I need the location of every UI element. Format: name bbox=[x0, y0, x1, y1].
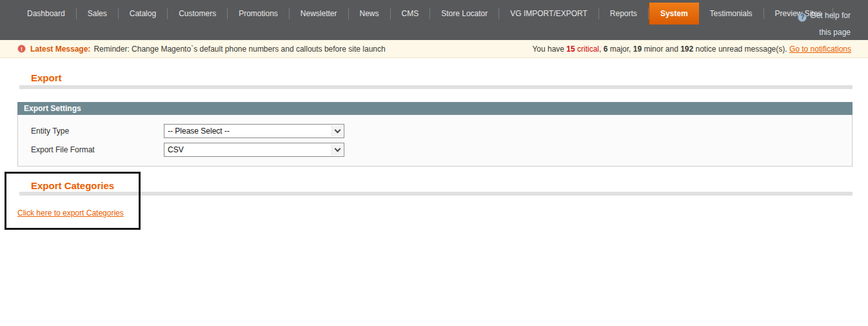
notice-count: 192 bbox=[680, 45, 693, 54]
get-help-line2: this page bbox=[798, 24, 851, 41]
magento-admin-export-page: Dashboard Sales Catalog Customers Promot… bbox=[0, 0, 868, 326]
categories-divider bbox=[19, 192, 853, 196]
entity-type-row: Entity Type -- Please Select -- bbox=[31, 124, 344, 138]
chevron-down-icon bbox=[335, 145, 341, 152]
nav-item-newsletter[interactable]: Newsletter bbox=[290, 3, 348, 25]
unread-messages-summary: You have 15 critical, 6 major, 19 minor … bbox=[532, 45, 851, 54]
nav-item-news[interactable]: News bbox=[349, 3, 390, 25]
chevron-down-icon bbox=[335, 127, 341, 133]
latest-message-label: Latest Message: bbox=[30, 45, 90, 54]
nav-item-system[interactable]: System bbox=[649, 3, 699, 25]
alert-circle-icon: ! bbox=[17, 45, 26, 53]
summary-prefix: You have bbox=[532, 45, 566, 54]
critical-count: 15 bbox=[566, 45, 575, 54]
nav-item-store-locator[interactable]: Store Locator bbox=[430, 3, 498, 25]
page-title: Export bbox=[31, 72, 62, 83]
entity-type-select[interactable]: -- Please Select -- bbox=[164, 124, 344, 138]
export-file-format-selected-value: CSV bbox=[168, 145, 184, 154]
export-file-format-dropdown-button[interactable] bbox=[331, 144, 343, 156]
nav-item-testimonials[interactable]: Testimonials bbox=[699, 3, 764, 25]
get-help-link[interactable]: ?Get help for this page bbox=[798, 7, 851, 41]
nav-item-cms[interactable]: CMS bbox=[391, 3, 430, 25]
nav-item-catalog[interactable]: Catalog bbox=[119, 3, 167, 25]
latest-message-text: Reminder: Change Magento`s default phone… bbox=[94, 45, 385, 54]
export-settings-form: Entity Type -- Please Select -- Export F… bbox=[17, 115, 853, 167]
top-navigation-bar: Dashboard Sales Catalog Customers Promot… bbox=[0, 0, 868, 40]
summary-sep: , bbox=[599, 45, 604, 54]
export-settings-panel: Export Settings Entity Type -- Please Se… bbox=[17, 102, 853, 167]
help-question-icon: ? bbox=[798, 13, 807, 22]
nav-item-promotions[interactable]: Promotions bbox=[228, 3, 289, 25]
nav-item-dashboard[interactable]: Dashboard bbox=[16, 3, 76, 25]
annotation-highlight-rectangle bbox=[5, 172, 141, 230]
minor-count: 19 bbox=[633, 45, 642, 54]
export-file-format-label: Export File Format bbox=[31, 145, 164, 154]
major-label: major, bbox=[607, 45, 633, 54]
main-menu: Dashboard Sales Catalog Customers Promot… bbox=[16, 0, 833, 27]
entity-type-selected-value: -- Please Select -- bbox=[168, 127, 230, 136]
entity-type-dropdown-button[interactable] bbox=[331, 125, 343, 137]
latest-message: ! Latest Message: Reminder: Change Magen… bbox=[17, 45, 386, 54]
get-help-line1: ?Get help for bbox=[798, 7, 851, 24]
export-file-format-select[interactable]: CSV bbox=[164, 143, 344, 157]
critical-label: critical bbox=[575, 45, 599, 54]
nav-item-reports[interactable]: Reports bbox=[599, 3, 648, 25]
entity-type-label: Entity Type bbox=[31, 127, 164, 136]
title-divider bbox=[19, 85, 853, 89]
export-settings-header: Export Settings bbox=[17, 102, 853, 115]
nav-item-sales[interactable]: Sales bbox=[77, 3, 118, 25]
notice-label: notice unread message(s). bbox=[693, 45, 789, 54]
nav-item-customers[interactable]: Customers bbox=[168, 3, 227, 25]
minor-label: minor and bbox=[642, 45, 680, 54]
nav-item-vg-import-export[interactable]: VG IMPORT/EXPORT bbox=[499, 3, 598, 25]
go-to-notifications-link[interactable]: Go to notifications bbox=[789, 45, 851, 54]
export-file-format-row: Export File Format CSV bbox=[31, 143, 344, 157]
notifications-bar: ! Latest Message: Reminder: Change Magen… bbox=[0, 40, 868, 58]
